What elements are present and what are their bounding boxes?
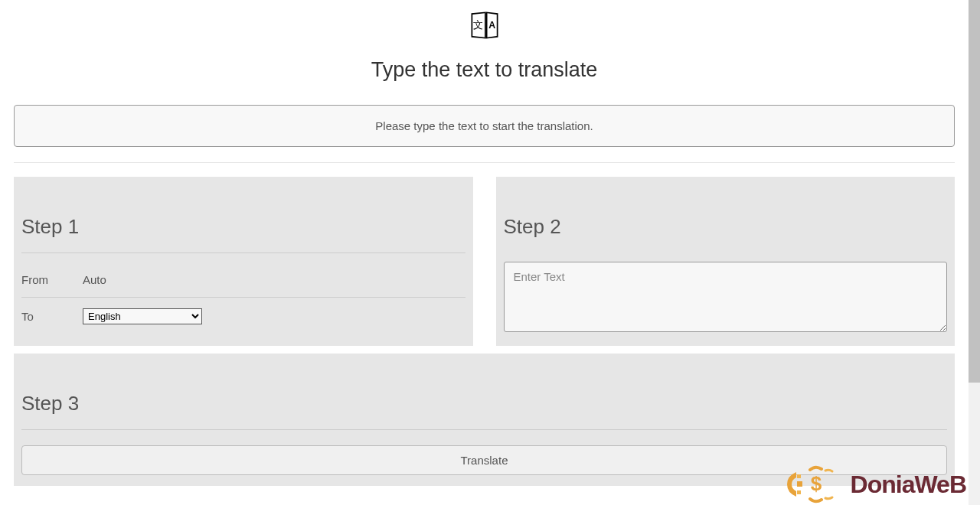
page-title: Type the text to translate [14, 58, 955, 82]
step3-heading: Step 3 [21, 392, 947, 430]
watermark-text: DoniaWeB [851, 471, 966, 487]
scrollbar-thumb[interactable] [969, 0, 980, 383]
notice-box: Please type the text to start the transl… [14, 105, 955, 147]
svg-rect-6 [797, 481, 802, 486]
from-label: From [21, 273, 83, 286]
divider [14, 162, 955, 163]
to-label: To [21, 310, 83, 323]
svg-text:A: A [488, 20, 495, 31]
notice-text: Please type the text to start the transl… [375, 119, 593, 132]
watermark-logo-icon: $ [785, 464, 846, 486]
translate-icon: 文 A [469, 9, 501, 44]
svg-text:文: 文 [472, 19, 482, 31]
scrollbar-track[interactable] [969, 0, 980, 486]
text-input[interactable] [504, 262, 948, 332]
to-select[interactable]: English [83, 308, 202, 324]
from-row: From Auto [21, 262, 466, 298]
to-row: To English [21, 298, 466, 335]
step1-heading: Step 1 [21, 215, 466, 253]
svg-rect-7 [797, 474, 801, 478]
watermark: $ DoniaWeB [785, 464, 966, 486]
svg-text:$: $ [810, 472, 822, 486]
header: 文 A Type the text to translate [14, 0, 955, 82]
from-value: Auto [83, 273, 106, 286]
step1-panel: Step 1 From Auto To English [14, 177, 473, 346]
step2-heading: Step 2 [504, 215, 948, 239]
step2-panel: Step 2 [496, 177, 956, 346]
